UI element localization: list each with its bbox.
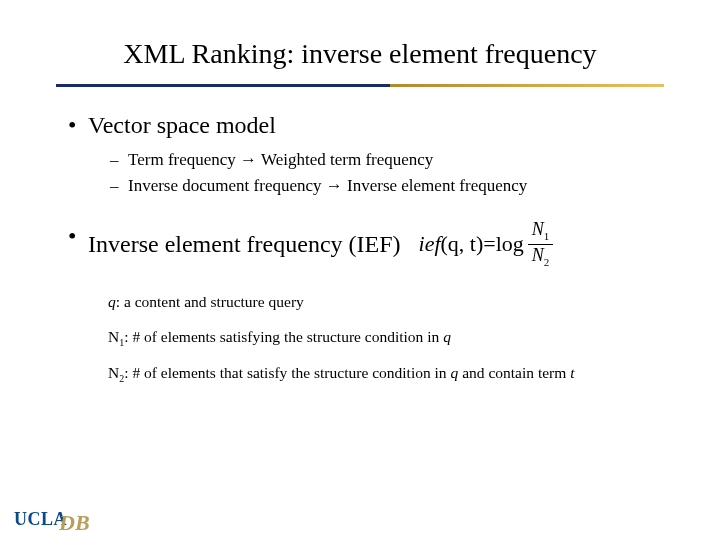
fraction-numerator: N1: [528, 220, 554, 243]
sub-bullet-tf: Term frequency → Weighted term frequency: [110, 147, 660, 173]
def-n2-var: N: [108, 364, 119, 381]
def-n2-t: t: [570, 364, 574, 381]
def-q-text: : a content and structure query: [116, 293, 304, 310]
title-underline: [56, 84, 664, 87]
formula-args: (q, t): [441, 229, 484, 259]
den-sub: 2: [544, 255, 550, 267]
def-n2: N2: # of elements that satisfy the struc…: [108, 363, 660, 386]
bullet-label: Inverse element frequency (IEF): [88, 228, 401, 260]
bullet-list: Vector space model Term frequency → Weig…: [60, 109, 660, 268]
num-base: N: [532, 219, 544, 239]
bullet-ief: Inverse element frequency (IEF) ief(q, t…: [68, 220, 660, 267]
def-q: q: a content and structure query: [108, 292, 660, 313]
logo: UCLA DB: [14, 509, 90, 530]
def-n1-text: : # of elements satisfying the structure…: [124, 328, 443, 345]
def-n2-text-c: and contain term: [458, 364, 570, 381]
sub-bullet-list: Term frequency → Weighted term frequency…: [88, 147, 660, 198]
def-q-var: q: [108, 293, 116, 310]
sub-bullet-idf: Inverse document frequency → Inverse ele…: [110, 173, 660, 199]
def-n2-text-a: : # of elements that satisfy the structu…: [124, 364, 450, 381]
formula-eq: =: [483, 229, 495, 259]
formula-fraction: N1 N2: [528, 220, 554, 267]
formula-log: log: [496, 229, 524, 259]
logo-db: DB: [59, 510, 90, 536]
formula-func: ief: [419, 229, 441, 259]
slide: XML Ranking: inverse element frequency V…: [0, 0, 720, 386]
slide-title: XML Ranking: inverse element frequency: [60, 38, 660, 70]
num-sub: 1: [544, 230, 550, 242]
fraction-denominator: N2: [528, 244, 554, 268]
ief-formula: ief(q, t) = log N1 N2: [419, 220, 554, 267]
def-n1: N1: # of elements satisfying the structu…: [108, 327, 660, 350]
bullet-vector-space: Vector space model Term frequency → Weig…: [68, 109, 660, 198]
ief-row: Inverse element frequency (IEF) ief(q, t…: [88, 220, 660, 267]
def-n1-q: q: [443, 328, 451, 345]
bullet-label: Vector space model: [88, 112, 276, 138]
def-n1-var: N: [108, 328, 119, 345]
definitions: q: a content and structure query N1: # o…: [60, 292, 660, 386]
den-base: N: [532, 245, 544, 265]
